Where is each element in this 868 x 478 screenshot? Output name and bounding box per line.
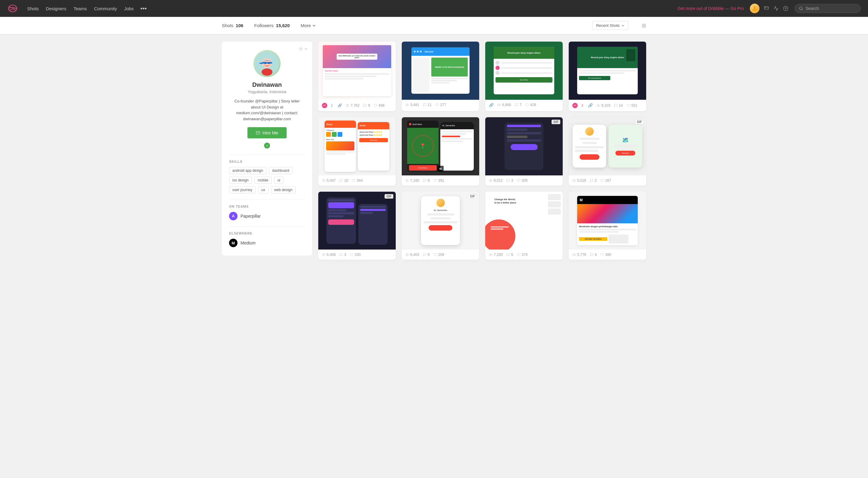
dribbble-logo[interactable] [7, 4, 18, 13]
more-dropdown[interactable]: More [301, 23, 315, 28]
elsewhere-section: ELSEWHERE M Medium [229, 231, 305, 247]
upload-icon[interactable] [783, 6, 788, 11]
shot-card-7[interactable]: GIF 8,012 3 205 [485, 117, 563, 186]
shot-1-views: 7,762 [346, 103, 360, 107]
svg-point-24 [490, 180, 491, 181]
followers-stat[interactable]: Followers 15,620 [254, 23, 290, 28]
nav-more-dots[interactable]: ••• [138, 4, 149, 13]
envelope-icon [256, 131, 260, 135]
svg-point-23 [407, 180, 408, 181]
svg-point-15 [264, 64, 265, 66]
shot-thumb-8: 🗺️ Navigate GIF [569, 117, 646, 176]
profile-bio: Co-founder @Paperpillar | Story teller a… [229, 98, 305, 122]
skills-title: SKILLS [229, 160, 305, 163]
nav-avatar[interactable] [750, 4, 760, 13]
svg-point-28 [490, 254, 491, 255]
shot-card-8[interactable]: 🗺️ Navigate GIF 5,016 2 [569, 117, 646, 186]
shot-8-views: 5,016 [572, 179, 586, 183]
go-pro-cta[interactable]: Get more out of Dribbble — Go Pro [678, 6, 744, 11]
shot-card-12[interactable]: M Mendesain dengan pertimbangan data EXP… [569, 192, 646, 260]
skill-ios[interactable]: ios design [229, 177, 252, 184]
main-content: Dwinawan Yogyakarta, Indonesia Co-founde… [217, 34, 651, 267]
link-icon-4: 🔗 [588, 103, 593, 107]
shot-1-rebound-num: 1 [331, 104, 333, 107]
shot-stats-5: 5,047 10 344 [318, 176, 396, 186]
skill-mobile[interactable]: mobile [254, 177, 272, 184]
nav-jobs[interactable]: Jobs [121, 4, 137, 13]
svg-point-25 [574, 180, 575, 181]
shots-stat[interactable]: Shots 106 [222, 23, 243, 28]
svg-rect-2 [764, 7, 769, 9]
medium-link[interactable]: M Medium [229, 239, 305, 247]
settings-gear[interactable] [299, 46, 307, 51]
shot-12-comments: 4 [590, 253, 597, 257]
shot-12-views: 5,778 [572, 253, 586, 257]
activity-icon[interactable] [773, 6, 779, 11]
shot-card-5[interactable]: Home Category Near You [318, 117, 396, 186]
divider-3 [229, 226, 305, 227]
svg-point-5 [800, 7, 802, 10]
elsewhere-title: ELSEWHERE [229, 231, 305, 235]
shot-4-comments: 14 [614, 103, 623, 107]
svg-point-16 [269, 64, 271, 66]
shot-11-views: 7,200 [489, 253, 503, 257]
shot-thumb-1: How Millenials can make the world a bett… [318, 41, 396, 100]
shot-3-likes: 428 [525, 103, 536, 107]
shot-10-views: 6,403 [405, 253, 419, 257]
shot-5-views: 5,047 [322, 179, 336, 183]
shot-card-4[interactable]: Record your story, inspire others My Lif… [569, 41, 646, 111]
gif-badge-10: GIF [468, 194, 477, 199]
shot-11-likes: 374 [517, 253, 528, 257]
grid-toggle-icon[interactable]: ⊞ [642, 22, 646, 29]
medium-label: Medium [241, 241, 255, 245]
shot-card-9[interactable]: GIF 6,408 3 200 [318, 192, 396, 260]
svg-point-22 [323, 180, 324, 181]
svg-point-7 [300, 48, 301, 50]
skill-web-design[interactable]: web design [271, 186, 296, 193]
profile-location: Yogyakarta, Indonesia [229, 90, 305, 94]
shot-stats-12: 5,778 4 380 [569, 250, 646, 260]
nav-community[interactable]: Community [91, 4, 120, 13]
shot-card-11[interactable]: Change the World, to be a better place 7… [485, 192, 563, 260]
shot-card-2[interactable]: Discover Health is the best investment [402, 41, 479, 111]
team-paperpillar[interactable]: A Paperpillar [229, 212, 305, 220]
nav-icons [750, 4, 788, 13]
skill-ui[interactable]: ui [274, 177, 283, 184]
skill-dashboard[interactable]: dashboard [269, 167, 293, 174]
profile-avatar[interactable] [253, 50, 281, 77]
nav-shots[interactable]: Shots [24, 4, 41, 13]
search-box[interactable]: Search [795, 4, 861, 13]
shot-9-views: 6,408 [322, 253, 336, 257]
shot-stats-1: ↩ 1 🔗 7,762 9 496 [318, 100, 396, 111]
shot-thumb-11: Change the World, to be a better place [485, 192, 563, 250]
teams-section: ON TEAMS A Paperpillar [229, 205, 305, 220]
skill-ux[interactable]: ux [258, 186, 269, 193]
link-icon-1: 🔗 [338, 103, 342, 107]
shot-5-comments: 10 [339, 179, 348, 183]
shot-4-views: 9,103 [596, 103, 610, 107]
nav-designers[interactable]: Designers [43, 4, 69, 13]
shot-card-10[interactable]: Hi, Samantha GIF 6,403 9 [402, 192, 479, 260]
svg-point-9 [261, 68, 273, 76]
shot-card-6[interactable]: Budi Alam 📍 Find Driver Hi, Samantha [402, 117, 479, 186]
gif-badge-7: GIF [552, 120, 560, 124]
gif-badge-9: GIF [384, 194, 393, 199]
svg-point-27 [407, 254, 408, 255]
skill-user-journey[interactable]: user journey [229, 186, 255, 193]
skill-android[interactable]: android app design [229, 167, 267, 174]
rebound-num-4: 2 [581, 104, 583, 107]
nav-teams[interactable]: Teams [70, 4, 90, 13]
shot-card-1[interactable]: How Millenials can make the world a bett… [318, 41, 396, 111]
shot-card-3[interactable]: Record your story, inspire others View M… [485, 41, 563, 111]
recent-shots-dropdown[interactable]: Recent Shots [592, 21, 628, 30]
shot-2-likes: 277 [435, 103, 446, 107]
svg-point-13 [265, 63, 266, 64]
svg-point-1 [753, 6, 756, 9]
svg-point-26 [323, 254, 324, 255]
shot-thumb-7: GIF [485, 117, 563, 176]
shot-stats-2: 3,481 11 277 [402, 100, 479, 110]
rebound-badge-4: ↩ [572, 103, 578, 108]
notifications-icon[interactable] [764, 6, 769, 11]
more-label: More [301, 23, 311, 28]
hire-me-button[interactable]: Hire Me [247, 127, 287, 138]
